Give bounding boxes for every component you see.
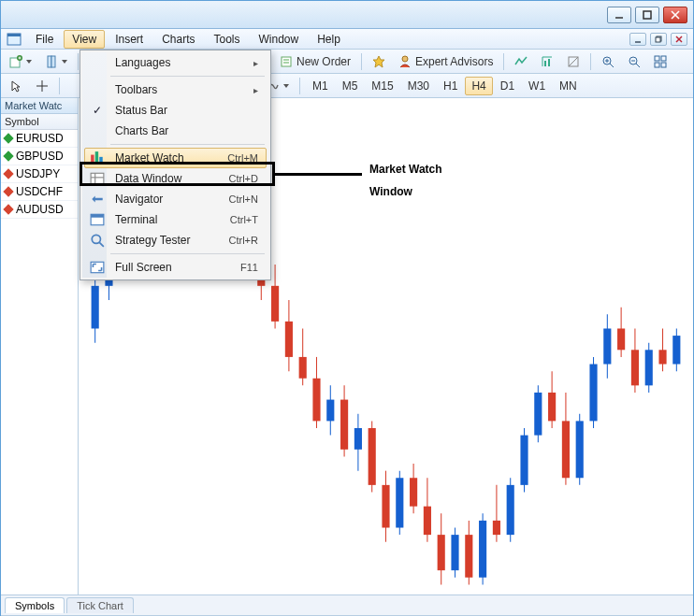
app-icon: [7, 33, 22, 46]
profiles-button[interactable]: [40, 52, 72, 71]
window-maximize-button[interactable]: [635, 7, 659, 23]
timeframe-m1[interactable]: M1: [306, 77, 335, 95]
menu-strategy-shortcut: Ctrl+R: [229, 235, 258, 246]
window-minimize-button[interactable]: [607, 7, 631, 23]
tab-tick-chart[interactable]: Tick Chart: [66, 597, 134, 613]
expert-advisors-button[interactable]: Expert Advisors: [394, 52, 498, 71]
svg-line-25: [610, 64, 614, 67]
svg-rect-120: [658, 350, 666, 364]
periodicity-button[interactable]: [536, 52, 558, 71]
market-watch-row[interactable]: USDJPY: [1, 165, 78, 183]
zoom-out-button[interactable]: [623, 52, 645, 71]
market-watch-row[interactable]: USDCHF: [1, 183, 78, 201]
mdi-minimize-button[interactable]: [629, 33, 646, 46]
svg-rect-92: [465, 535, 472, 578]
svg-rect-34: [661, 63, 666, 67]
svg-rect-17: [282, 57, 291, 66]
svg-rect-1: [643, 11, 651, 19]
market-watch-title: Market Watc: [1, 98, 78, 114]
mdi-close-button[interactable]: [671, 33, 687, 46]
symbol-direction-icon: [3, 186, 13, 196]
menu-market-watch-shortcut: Ctrl+M: [227, 152, 258, 164]
timeframe-h1[interactable]: H1: [437, 77, 464, 95]
timeframe-m30[interactable]: M30: [401, 77, 436, 95]
timeframe-m5[interactable]: M5: [336, 77, 365, 95]
window-close-button[interactable]: [663, 7, 687, 23]
svg-rect-84: [410, 478, 417, 506]
menu-navigator[interactable]: Navigator Ctrl+N: [84, 189, 267, 209]
mdi-restore-button[interactable]: [650, 33, 667, 46]
view-menu-dropdown: Languages ▸ Toolbars ▸ ✓ Status Bar Char…: [80, 50, 271, 280]
menu-languages-label: Languages: [115, 56, 170, 69]
menu-tools[interactable]: Tools: [206, 30, 249, 49]
timeframes-toolbar: M1M5M15M30H1H4D1W1MN: [306, 77, 584, 95]
svg-rect-74: [340, 400, 348, 450]
menu-terminal-shortcut: Ctrl+T: [230, 214, 258, 225]
svg-rect-32: [661, 56, 666, 61]
tile-windows-button[interactable]: [649, 52, 672, 71]
market-watch-row[interactable]: GBPUSD: [1, 148, 78, 165]
menu-charts-bar[interactable]: Charts Bar: [84, 121, 267, 141]
menu-status-bar[interactable]: ✓ Status Bar: [84, 100, 267, 121]
new-chart-button[interactable]: [5, 52, 36, 71]
menu-view[interactable]: View: [64, 30, 105, 49]
menu-help[interactable]: Help: [309, 30, 349, 49]
svg-rect-110: [589, 365, 597, 422]
svg-rect-104: [548, 393, 556, 421]
symbol-direction-icon: [3, 204, 13, 214]
market-watch-row[interactable]: EURUSD: [1, 130, 78, 148]
menu-toolbars-label: Toolbars: [115, 83, 157, 96]
menu-charts[interactable]: Charts: [153, 30, 203, 49]
svg-rect-114: [617, 328, 625, 350]
menu-strategy-label: Strategy Tester: [115, 234, 190, 247]
svg-rect-88: [438, 535, 445, 570]
svg-rect-86: [424, 507, 431, 535]
svg-rect-106: [562, 421, 570, 478]
svg-rect-70: [312, 379, 320, 422]
submenu-arrow-icon: ▸: [253, 85, 258, 95]
symbol-direction-icon: [3, 168, 13, 179]
auto-trading-button[interactable]: [368, 52, 390, 71]
menu-full-screen[interactable]: Full Screen F11: [84, 257, 267, 278]
data-window-icon: [90, 171, 105, 186]
menu-insert[interactable]: Insert: [107, 30, 152, 49]
app-window: File View Insert Charts Tools Window Hel…: [0, 0, 694, 616]
zoom-in-button[interactable]: [597, 52, 619, 71]
menu-toolbars[interactable]: Toolbars ▸: [84, 79, 267, 100]
timeframe-h4[interactable]: H4: [465, 77, 492, 95]
timeframe-d1[interactable]: D1: [494, 77, 521, 95]
menu-file[interactable]: File: [27, 30, 62, 49]
menu-charts-bar-label: Charts Bar: [115, 124, 168, 137]
svg-rect-80: [382, 485, 389, 528]
strategy-tester-icon: [90, 233, 105, 248]
market-watch-row[interactable]: AUDUSD: [1, 201, 78, 219]
crosshair-button[interactable]: [31, 77, 53, 95]
menu-languages[interactable]: Languages ▸: [84, 52, 267, 73]
timeframe-mn[interactable]: MN: [553, 77, 584, 95]
menu-window[interactable]: Window: [251, 30, 308, 49]
svg-line-29: [636, 64, 640, 67]
symbol-direction-icon: [3, 133, 13, 143]
timeframe-m15[interactable]: M15: [365, 77, 399, 95]
menu-data-window[interactable]: Data Window Ctrl+D: [84, 168, 267, 189]
menu-fullscreen-shortcut: F11: [240, 262, 258, 273]
menu-market-watch[interactable]: Market Watch Ctrl+M: [84, 148, 267, 168]
menu-terminal[interactable]: Terminal Ctrl+T: [84, 209, 267, 230]
tab-symbols[interactable]: Symbols: [5, 597, 65, 613]
timeframe-w1[interactable]: W1: [522, 77, 552, 95]
svg-rect-64: [271, 286, 279, 322]
market-watch-header: Symbol: [1, 114, 78, 130]
svg-rect-33: [655, 63, 659, 67]
navigator-icon: [90, 192, 105, 207]
new-order-button[interactable]: New Order: [275, 52, 355, 71]
svg-rect-116: [631, 350, 639, 385]
svg-rect-96: [493, 521, 500, 535]
symbol-name: AUDUSD: [16, 203, 64, 216]
menu-fullscreen-label: Full Screen: [115, 261, 172, 274]
svg-rect-22: [548, 59, 550, 66]
svg-rect-125: [99, 157, 102, 165]
cursor-button[interactable]: [5, 77, 27, 95]
indicators-button[interactable]: [510, 52, 532, 71]
templates-button[interactable]: [562, 52, 585, 71]
menu-strategy-tester[interactable]: Strategy Tester Ctrl+R: [84, 230, 267, 251]
